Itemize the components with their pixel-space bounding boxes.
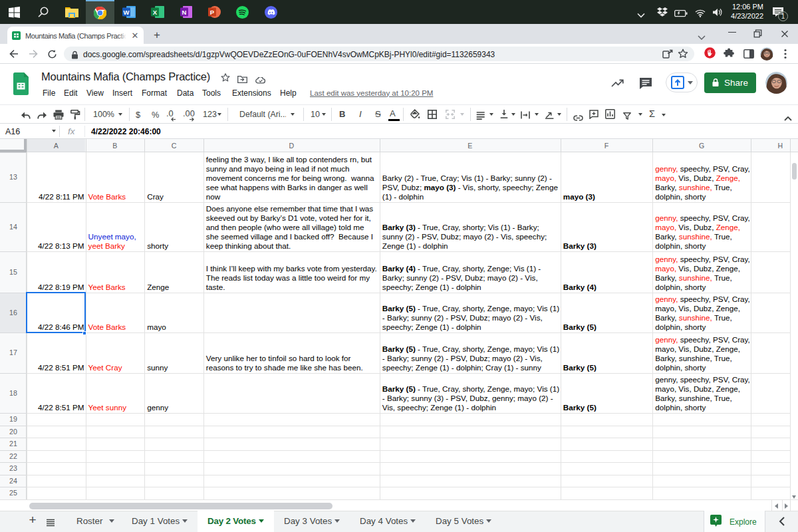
svg-text:P: P — [210, 9, 215, 16]
svg-text:N: N — [182, 9, 186, 16]
svg-text:W: W — [123, 9, 129, 16]
svg-text:X: X — [152, 9, 157, 16]
